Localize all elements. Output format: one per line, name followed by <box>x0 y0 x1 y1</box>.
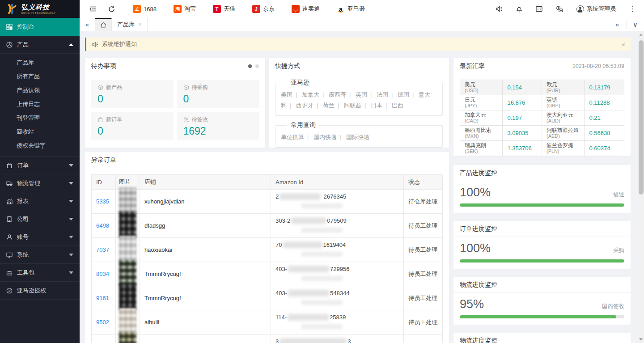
progress-label: 国内签收 <box>602 303 624 310</box>
shortcut-unit-convert[interactable]: 单位换算 <box>281 134 304 140</box>
shortcut-br[interactable]: 巴西 <box>392 102 403 109</box>
stat-new-orders[interactable]: 新订单 0 <box>91 112 174 140</box>
more-options-icon[interactable]: ⋮ <box>629 5 636 13</box>
rate-row: 加拿大元(CAD) 0.197 澳大利亚元(AUD) 0.21 <box>460 110 624 126</box>
sidebar-item-toolkit[interactable]: 工具包 <box>0 264 80 282</box>
col-id: ID <box>92 175 116 189</box>
scroll-down-icon[interactable] <box>639 338 643 341</box>
tabs-scroll-left-icon[interactable]: « <box>80 18 95 31</box>
username: 系统管理员 <box>587 5 616 13</box>
sidebar-subitem-product-library[interactable]: 产品库 <box>0 55 80 69</box>
order-id-link[interactable]: 7037 <box>96 246 109 253</box>
redacted-text <box>291 217 326 224</box>
order-id-link[interactable]: 6498 <box>96 222 109 229</box>
scroll-up-icon[interactable] <box>639 34 643 36</box>
stat-pending-purchase[interactable]: 待采购 0 <box>177 80 259 108</box>
sidebar-item-amazon-auth[interactable]: 亚马逊授权 <box>0 282 80 300</box>
col-shop: 店铺 <box>140 175 271 189</box>
announcement-icon[interactable] <box>496 6 503 12</box>
sidebar-item-label: 亚马逊授权 <box>17 287 73 295</box>
sidebar-item-console[interactable]: 控制台 <box>0 18 80 36</box>
shortcut-intl-express[interactable]: 国际快递 <box>346 134 369 140</box>
link-1688[interactable]: ∠ 1688 <box>133 5 157 13</box>
notifications-bell-icon[interactable] <box>516 6 522 13</box>
sidebar-item-company[interactable]: 公司 <box>0 210 80 228</box>
shortcut-de[interactable]: 德国 <box>398 91 409 98</box>
carousel-dot-2[interactable] <box>255 64 259 68</box>
stat-new-products[interactable]: 新产品 0 <box>91 80 174 108</box>
shortcut-nl[interactable]: 荷兰 <box>323 102 335 109</box>
sidebar-subitem-recycle-bin[interactable]: 回收站 <box>0 125 80 139</box>
sidebar-item-system[interactable]: 系统 <box>0 246 80 264</box>
tab-product-library[interactable]: 产品库 × <box>112 18 148 31</box>
sidebar-item-accounts[interactable]: 账号 <box>0 228 80 246</box>
order-id-link[interactable]: 9161 <box>96 295 109 301</box>
rate-row: 瑞典克朗(SEK) 1.353706 波兰兹罗提(PLN) 0.60374 <box>460 141 624 156</box>
notice-close-icon[interactable]: × <box>621 41 625 48</box>
taobao-icon: 淘 <box>174 5 182 13</box>
tab-close-icon[interactable]: × <box>138 21 142 28</box>
sidebar-subitem-product-claim[interactable]: 产品认领 <box>0 83 80 97</box>
col-status: 状态 <box>404 175 442 189</box>
shortcut-domestic-express[interactable]: 国内快递 <box>314 134 337 140</box>
rates-title: 最新汇率 <box>460 62 485 70</box>
sidebar-item-label: 系统 <box>17 251 64 259</box>
apps-panel-icon[interactable] <box>536 6 542 12</box>
collapse-sidebar-icon[interactable] <box>89 6 97 12</box>
brand-logo: 弘义科技 HONG YI TECHNOLOGY <box>0 0 80 18</box>
home-icon <box>100 22 106 28</box>
topbar-right: 系统管理员 ⋮ <box>496 5 636 13</box>
monitor-icon <box>6 252 13 258</box>
tabs-menu-icon[interactable]: ∨ <box>626 21 644 29</box>
chevron-down-icon <box>69 164 73 167</box>
sidebar-item-reports[interactable]: 报表 <box>0 192 80 210</box>
tab-home[interactable] <box>95 18 112 31</box>
shortcut-mx[interactable]: 墨西哥 <box>329 91 346 98</box>
logistics-progress-card-domestic: 物流进度监控 95% 国内签收 <box>453 277 631 325</box>
chevron-up-icon <box>69 43 73 46</box>
shortcut-us[interactable]: 美国 <box>281 91 292 98</box>
sidebar-subitem-infringing-keywords[interactable]: 侵权关键字 <box>0 139 80 152</box>
shortcut-ca[interactable]: 加拿大 <box>302 91 319 98</box>
shortcut-fr[interactable]: 法国 <box>377 91 388 98</box>
link-tmall[interactable]: T 天猫 <box>213 5 235 13</box>
link-amazon[interactable]: a 亚马逊 <box>337 5 365 13</box>
refresh-icon[interactable] <box>108 6 115 13</box>
rate-value: 3.09035 <box>503 126 542 140</box>
vertical-scrollbar[interactable] <box>638 31 644 343</box>
progress-bar <box>460 315 624 318</box>
order-id-link[interactable]: 9502 <box>96 319 109 326</box>
order-id-link[interactable]: 5335 <box>96 198 109 205</box>
link-aliexpress[interactable]: ◡ 速卖通 <box>292 5 320 13</box>
currency-exchange-icon[interactable] <box>556 6 563 13</box>
tabs-scroll-right-icon[interactable]: » <box>608 21 626 28</box>
progress-bar <box>460 203 624 207</box>
user-menu[interactable]: 系统管理员 <box>576 5 616 13</box>
sidebar-item-label: 公司 <box>17 215 64 223</box>
link-taobao[interactable]: 淘 淘宝 <box>174 5 196 13</box>
sidebar-item-orders[interactable]: 订单 <box>0 157 80 174</box>
stat-value: 0 <box>97 93 167 105</box>
notice-text: 系统维护通知 <box>102 40 137 48</box>
sidebar-subitem-all-products[interactable]: 所有产品 <box>0 69 80 83</box>
carousel-dots <box>248 64 259 68</box>
exchange-rates-card: 最新汇率 2021-08-20 06:53:09 美元(USD) 0.154 欧… <box>453 58 631 156</box>
shortcuts-title: 快捷方式 <box>275 62 300 70</box>
link-jd[interactable]: J 京东 <box>252 5 275 13</box>
shortcut-uk[interactable]: 英国 <box>356 91 367 98</box>
common-legend: 常用查询 <box>287 121 319 129</box>
stat-value: 0 <box>97 125 167 137</box>
scrollbar-thumb[interactable] <box>639 40 644 195</box>
sidebar-item-product[interactable]: 产品 <box>0 36 80 54</box>
shortcut-es[interactable]: 西班牙 <box>296 102 314 109</box>
carousel-dot-1[interactable] <box>248 64 252 68</box>
stat-pending-receipt[interactable]: 待签收 1692 <box>177 112 259 140</box>
progress-bar <box>460 259 624 263</box>
sidebar-subitem-listing-mgmt[interactable]: 刊登管理 <box>0 111 80 125</box>
order-id-link[interactable]: 8034 <box>96 271 109 277</box>
shortcut-ae[interactable]: 阿联酋 <box>344 102 361 109</box>
sidebar-subitem-upload-log[interactable]: 上传日志 <box>0 97 80 111</box>
redacted-text <box>280 193 321 200</box>
sidebar-item-logistics[interactable]: 物流管理 <box>0 174 80 192</box>
shortcut-jp[interactable]: 日本 <box>371 102 382 109</box>
